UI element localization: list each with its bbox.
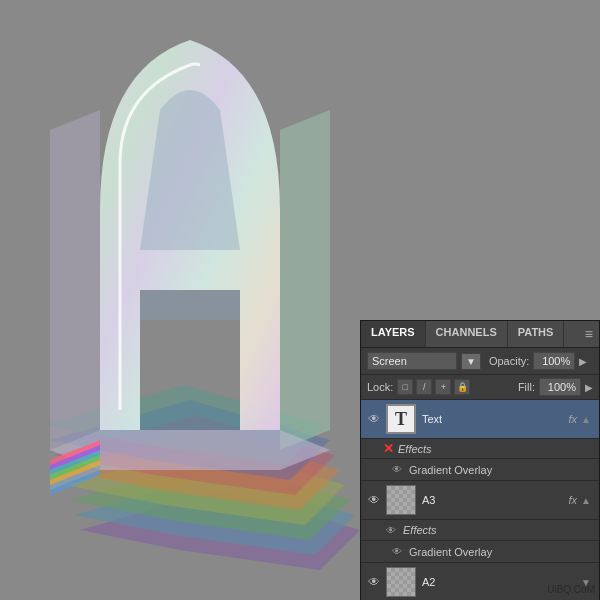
layers-panel: LAYERS CHANNELS PATHS ≡ Screen Normal Mu… <box>360 320 600 600</box>
lock-pixels-icon[interactable]: / <box>416 379 432 395</box>
layer-visibility-text[interactable]: 👁 <box>365 410 383 428</box>
blend-mode-select[interactable]: Screen Normal Multiply Overlay <box>367 352 457 370</box>
blend-dropdown-arrow[interactable]: ▼ <box>461 353 481 370</box>
effects-disabled-icon: ✕ <box>383 441 394 456</box>
effect-row-gradient-overlay-a3[interactable]: 👁 Gradient Overlay <box>361 541 599 563</box>
effect-row-gradient-overlay-text[interactable]: 👁 Gradient Overlay <box>361 459 599 481</box>
layer-thumbnail-a2 <box>386 567 416 597</box>
panel-menu-icon[interactable]: ≡ <box>579 321 599 347</box>
layer-row-text[interactable]: 👁 T Text fx ▲ <box>361 400 599 439</box>
effect-eye-icon-a3[interactable]: 👁 <box>389 544 405 560</box>
layer-thumbnail-text: T <box>386 404 416 434</box>
lock-transparent-icon[interactable]: □ <box>397 379 413 395</box>
letter-illustration <box>20 10 360 590</box>
tab-channels[interactable]: CHANNELS <box>426 321 508 347</box>
effects-row-text: ✕ Effects <box>361 439 599 459</box>
layer-name-a3: A3 <box>422 494 568 506</box>
opacity-value[interactable]: 100% <box>533 352 575 370</box>
effect-name-gradient-overlay: Gradient Overlay <box>409 464 492 476</box>
layer-options-a3[interactable]: ▲ <box>581 495 595 506</box>
effects-row-a3: 👁 Effects <box>361 520 599 541</box>
effect-eye-icon[interactable]: 👁 <box>389 462 405 478</box>
tab-layers[interactable]: LAYERS <box>361 321 426 347</box>
canvas-area: LAYERS CHANNELS PATHS ≡ Screen Normal Mu… <box>0 0 600 600</box>
opacity-label: Opacity: <box>489 355 529 367</box>
lock-label: Lock: <box>367 381 393 393</box>
lock-row: Lock: □ / + 🔒 Fill: 100% ▶ <box>361 375 599 400</box>
layer-visibility-a2[interactable]: 👁 <box>365 573 383 591</box>
watermark: UiBQ.CoM <box>547 584 595 595</box>
tab-paths[interactable]: PATHS <box>508 321 565 347</box>
effects-label-a3: Effects <box>403 524 437 536</box>
lock-all-icon[interactable]: 🔒 <box>454 379 470 395</box>
layer-fx-a3[interactable]: fx <box>568 494 577 506</box>
layer-name-text: Text <box>422 413 568 425</box>
lock-position-icon[interactable]: + <box>435 379 451 395</box>
effects-label-text: Effects <box>398 443 432 455</box>
panel-tabs: LAYERS CHANNELS PATHS ≡ <box>361 321 599 348</box>
fill-arrow[interactable]: ▶ <box>585 382 593 393</box>
fill-label: Fill: <box>518 381 535 393</box>
layer-visibility-a3[interactable]: 👁 <box>365 491 383 509</box>
layer-options-text[interactable]: ▲ <box>581 414 595 425</box>
layer-row-a3[interactable]: 👁 A3 fx ▲ <box>361 481 599 520</box>
opacity-arrow[interactable]: ▶ <box>579 356 587 367</box>
layer-thumbnail-a3 <box>386 485 416 515</box>
lock-icons: □ / + 🔒 <box>397 379 470 395</box>
effect-name-gradient-overlay-a3: Gradient Overlay <box>409 546 492 558</box>
effects-eye-a3[interactable]: 👁 <box>383 522 399 538</box>
fill-value[interactable]: 100% <box>539 378 581 396</box>
layer-fx-text[interactable]: fx <box>568 413 577 425</box>
blend-mode-row: Screen Normal Multiply Overlay ▼ Opacity… <box>361 348 599 375</box>
